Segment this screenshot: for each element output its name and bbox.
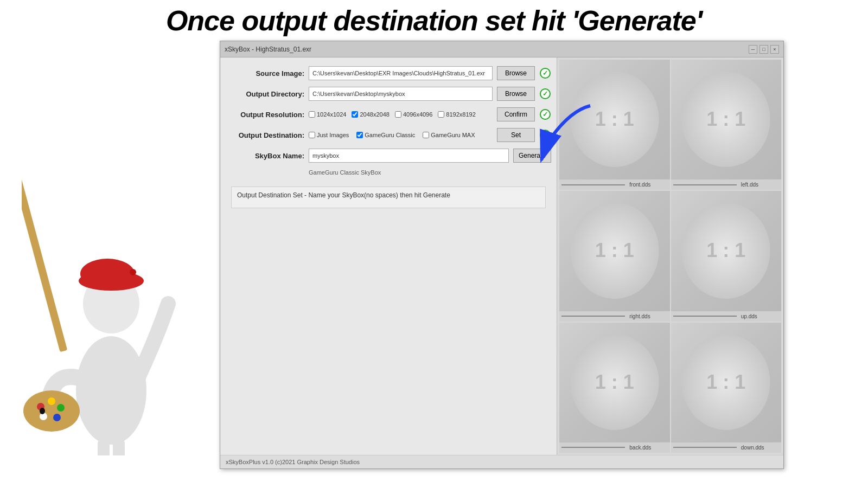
svg-point-7 — [23, 390, 80, 432]
res-4096-option[interactable]: 4096x4096 — [395, 111, 432, 118]
res-2048-checkbox[interactable] — [352, 111, 358, 118]
footer-text: xSkyBoxPlus v1.0 (c)2021 Graphix Design … — [226, 459, 360, 465]
preview-left-image: 1 : 1 — [671, 60, 782, 179]
dest-gameguru-classic-checkbox[interactable] — [356, 132, 363, 138]
preview-back-ratio: 1 : 1 — [595, 371, 634, 394]
output-dir-browse-button[interactable]: Browse — [497, 87, 535, 101]
preview-right-line — [561, 316, 625, 317]
output-dir-row: Output Directory: Browse ✓ — [226, 87, 551, 101]
dest-gameguru-max-option[interactable]: GameGuru MAX — [423, 132, 475, 138]
res-1024-checkbox[interactable] — [309, 111, 315, 118]
preview-front-line — [561, 184, 625, 185]
skybox-sub-label: GameGuru Classic SkyBox — [309, 169, 551, 176]
status-area: Output Destination Set - Name your SkyBo… — [231, 187, 546, 208]
svg-rect-14 — [98, 439, 110, 455]
preview-right-filename: right.dds — [629, 313, 650, 319]
res-2048-option[interactable]: 2048x2048 — [352, 111, 389, 118]
source-image-input[interactable] — [309, 66, 493, 80]
res-1024-option[interactable]: 1024x1024 — [309, 111, 346, 118]
preview-left: 1 : 1 left.dds — [671, 60, 782, 190]
output-res-label: Output Resolution: — [226, 111, 304, 119]
generate-button[interactable]: Generate — [513, 149, 551, 163]
res-8192-checkbox[interactable] — [438, 111, 444, 118]
svg-point-5 — [80, 259, 135, 289]
preview-down: 1 : 1 down.dds — [671, 323, 782, 453]
res-8192-option[interactable]: 8192x8192 — [438, 111, 475, 118]
set-button[interactable]: Set — [497, 128, 535, 142]
dest-just-images-label: Just Images — [317, 132, 349, 138]
output-dir-input[interactable] — [309, 87, 493, 101]
dest-gameguru-max-checkbox[interactable] — [423, 132, 429, 138]
source-browse-button[interactable]: Browse — [497, 66, 535, 80]
dest-just-images-checkbox[interactable] — [309, 132, 315, 138]
close-button[interactable]: × — [770, 45, 779, 54]
preview-up-line — [673, 316, 737, 317]
preview-left-ratio: 1 : 1 — [706, 108, 745, 131]
svg-point-11 — [53, 414, 61, 421]
svg-point-2 — [76, 336, 146, 445]
output-dir-check-icon: ✓ — [539, 88, 551, 100]
app-window: xSkyBox - HighStratus_01.exr ─ □ × Sourc… — [220, 41, 784, 469]
preview-left-label-bar: left.dds — [671, 179, 782, 190]
preview-back-line — [561, 447, 625, 448]
source-check-icon: ✓ — [539, 67, 551, 79]
destination-options: Just Images GameGuru Classic GameGuru MA… — [309, 132, 493, 138]
title-bar: xSkyBox - HighStratus_01.exr ─ □ × — [220, 41, 783, 57]
skybox-name-label: SkyBox Name: — [226, 152, 304, 160]
dest-gameguru-max-label: GameGuru MAX — [431, 132, 475, 138]
preview-up-label-bar: up.dds — [671, 311, 782, 322]
preview-right-label-bar: right.dds — [559, 311, 670, 322]
preview-up-image: 1 : 1 — [671, 191, 782, 310]
output-resolution-row: Output Resolution: 1024x1024 2048x2048 4… — [226, 107, 551, 121]
artist-figure — [0, 43, 217, 488]
res-1024-label: 1024x1024 — [317, 111, 346, 118]
preview-right: 1 : 1 right.dds — [559, 191, 670, 321]
output-dir-label: Output Directory: — [226, 90, 304, 98]
dest-just-images-option[interactable]: Just Images — [309, 132, 349, 138]
confirm-button[interactable]: Confirm — [497, 107, 535, 121]
output-dest-label: Output Destination: — [226, 131, 304, 139]
preview-front-label-bar: front.dds — [559, 179, 670, 190]
preview-left-line — [673, 184, 737, 185]
source-image-row: Source Image: Browse ✓ — [226, 66, 551, 80]
preview-grid: 1 : 1 front.dds 1 : 1 left.dds — [557, 57, 783, 455]
preview-back-filename: back.dds — [629, 445, 651, 451]
preview-down-filename: down.dds — [741, 445, 764, 451]
preview-back-label-bar: back.dds — [559, 442, 670, 453]
svg-rect-0 — [22, 151, 67, 352]
preview-down-ratio: 1 : 1 — [706, 371, 745, 394]
preview-down-label-bar: down.dds — [671, 442, 782, 453]
preview-front-filename: front.dds — [629, 182, 650, 188]
res-2048-label: 2048x2048 — [360, 111, 389, 118]
res-check-circle: ✓ — [540, 109, 551, 120]
preview-front-image: 1 : 1 — [559, 60, 670, 179]
skybox-name-input[interactable] — [309, 149, 509, 163]
dest-gameguru-classic-label: GameGuru Classic — [365, 132, 415, 138]
svg-point-6 — [130, 269, 136, 275]
svg-point-9 — [48, 397, 55, 405]
left-panel: Source Image: Browse ✓ Output Directory:… — [220, 57, 557, 455]
source-check-circle: ✓ — [540, 68, 551, 79]
res-4096-checkbox[interactable] — [395, 111, 401, 118]
svg-point-10 — [57, 404, 65, 412]
app-footer: xSkyBoxPlus v1.0 (c)2021 Graphix Design … — [220, 455, 783, 468]
res-4096-label: 4096x4096 — [403, 111, 432, 118]
preview-back-image: 1 : 1 — [559, 323, 670, 442]
skybox-name-row: SkyBox Name: Generate — [226, 149, 551, 163]
source-image-label: Source Image: — [226, 69, 304, 78]
preview-up-ratio: 1 : 1 — [706, 239, 745, 262]
maximize-button[interactable]: □ — [760, 45, 768, 54]
svg-point-13 — [40, 408, 45, 414]
dest-check-circle: ✓ — [540, 130, 551, 140]
svg-rect-15 — [113, 439, 125, 455]
window-title: xSkyBox - HighStratus_01.exr — [225, 46, 311, 53]
preview-up-filename: up.dds — [741, 313, 757, 319]
preview-down-image: 1 : 1 — [671, 323, 782, 442]
preview-back: 1 : 1 back.dds — [559, 323, 670, 453]
res-check-icon: ✓ — [539, 108, 551, 120]
title-bar-buttons: ─ □ × — [749, 45, 779, 54]
dest-gameguru-classic-option[interactable]: GameGuru Classic — [356, 132, 415, 138]
preview-left-filename: left.dds — [741, 182, 758, 188]
minimize-button[interactable]: ─ — [749, 45, 757, 54]
artist-svg — [22, 76, 195, 455]
